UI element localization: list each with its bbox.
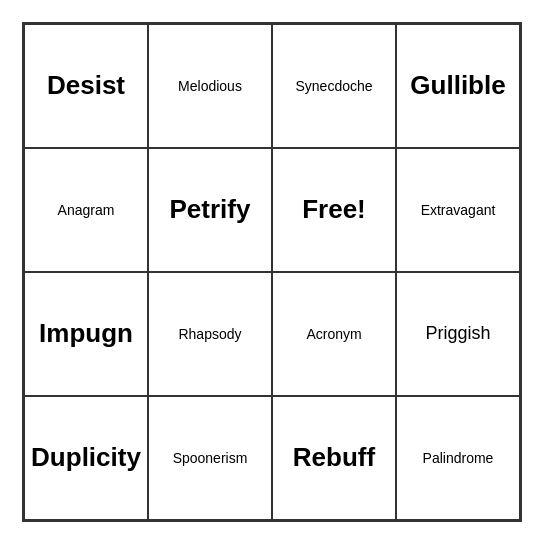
bingo-cell-3[interactable]: Gullible — [396, 24, 520, 148]
cell-text-6: Free! — [302, 194, 366, 225]
cell-text-14: Rebuff — [293, 442, 375, 473]
cell-text-11: Priggish — [425, 323, 490, 345]
bingo-board: DesistMelodiousSynecdocheGullibleAnagram… — [22, 22, 522, 522]
cell-text-10: Acronym — [306, 326, 361, 343]
bingo-cell-14[interactable]: Rebuff — [272, 396, 396, 520]
bingo-cell-4[interactable]: Anagram — [24, 148, 148, 272]
cell-text-0: Desist — [47, 70, 125, 101]
cell-text-9: Rhapsody — [178, 326, 241, 343]
cell-text-5: Petrify — [170, 194, 251, 225]
bingo-cell-13[interactable]: Spoonerism — [148, 396, 272, 520]
cell-text-1: Melodious — [178, 78, 242, 95]
cell-text-15: Palindrome — [423, 450, 494, 467]
bingo-cell-8[interactable]: Impugn — [24, 272, 148, 396]
cell-text-13: Spoonerism — [173, 450, 248, 467]
bingo-cell-15[interactable]: Palindrome — [396, 396, 520, 520]
bingo-cell-0[interactable]: Desist — [24, 24, 148, 148]
bingo-cell-1[interactable]: Melodious — [148, 24, 272, 148]
bingo-cell-7[interactable]: Extravagant — [396, 148, 520, 272]
cell-text-3: Gullible — [410, 70, 505, 101]
bingo-cell-10[interactable]: Acronym — [272, 272, 396, 396]
cell-text-8: Impugn — [39, 318, 133, 349]
bingo-cell-11[interactable]: Priggish — [396, 272, 520, 396]
bingo-cell-6[interactable]: Free! — [272, 148, 396, 272]
bingo-cell-9[interactable]: Rhapsody — [148, 272, 272, 396]
bingo-cell-5[interactable]: Petrify — [148, 148, 272, 272]
bingo-cell-2[interactable]: Synecdoche — [272, 24, 396, 148]
cell-text-2: Synecdoche — [295, 78, 372, 95]
cell-text-4: Anagram — [58, 202, 115, 219]
cell-text-12: Duplicity — [31, 442, 141, 473]
bingo-cell-12[interactable]: Duplicity — [24, 396, 148, 520]
cell-text-7: Extravagant — [421, 202, 496, 219]
